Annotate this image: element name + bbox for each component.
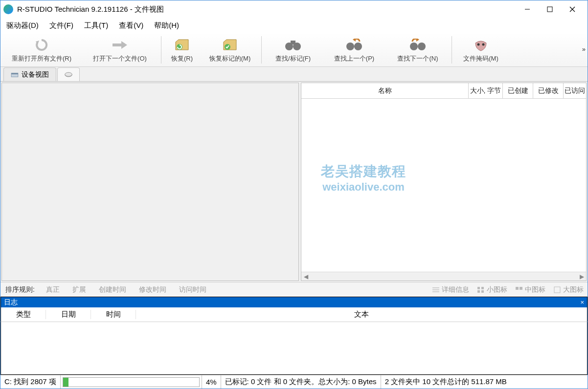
- svg-marker-14: [353, 39, 356, 42]
- scroll-left-icon[interactable]: ◀: [301, 273, 310, 280]
- col-accessed[interactable]: 已访问: [564, 83, 586, 98]
- recover-marked-button[interactable]: 恢复标记的(M): [201, 33, 259, 66]
- find-mark-button[interactable]: 查找/标记(F): [264, 33, 322, 66]
- sort-view-bar: 排序规则: 真正 扩展 创建时间 修改时间 访问时间 详细信息 小图标 中图标 …: [0, 282, 588, 297]
- title-bar: R-STUDIO Technician 9.2.191126 - 文件视图: [0, 0, 588, 18]
- menu-bar: 驱动器(D) 文件(F) 工具(T) 查看(V) 帮助(H): [0, 18, 588, 33]
- log-panel-header: 日志 ×: [0, 297, 588, 307]
- col-created[interactable]: 已创建: [503, 83, 533, 98]
- svg-point-23: [65, 72, 72, 76]
- menu-tools[interactable]: 工具(T): [81, 20, 111, 31]
- sort-real-button[interactable]: 真正: [41, 284, 65, 296]
- close-button[interactable]: [561, 2, 584, 17]
- svg-rect-31: [516, 287, 519, 290]
- file-list-header: 名称 大小, 字节 已创建 已修改 已访问: [301, 83, 586, 99]
- svg-rect-27: [477, 287, 480, 289]
- view-large-button[interactable]: 大图标: [550, 284, 587, 295]
- toolbar-overflow[interactable]: »: [582, 45, 586, 53]
- file-mask-button[interactable]: 文件掩码(M): [454, 33, 508, 66]
- svg-rect-30: [481, 290, 484, 293]
- window-title: R-STUDIO Technician 9.2.191126 - 文件视图: [17, 5, 516, 14]
- svg-rect-29: [477, 290, 480, 293]
- tab-label: 设备视图: [22, 70, 49, 79]
- toolbar-separator: [452, 36, 452, 64]
- sort-mtime-button[interactable]: 修改时间: [134, 284, 172, 296]
- open-next-button[interactable]: 打开下一个文件(O): [81, 33, 159, 66]
- col-size[interactable]: 大小, 字节: [469, 83, 503, 98]
- watermark-line2: weixiaolive.com: [321, 181, 406, 194]
- watermark: 老吴搭建教程 weixiaolive.com: [321, 162, 406, 194]
- scroll-right-icon[interactable]: ▶: [577, 273, 586, 280]
- tab-device-view[interactable]: 设备视图: [3, 67, 56, 81]
- svg-rect-5: [113, 43, 121, 46]
- svg-marker-17: [416, 39, 419, 42]
- recover-marked-icon: [222, 37, 238, 53]
- watermark-line1: 老吴搭建教程: [321, 162, 406, 181]
- svg-point-19: [482, 43, 485, 45]
- menu-help[interactable]: 帮助(H): [151, 20, 182, 31]
- status-totals: 2 文件夹中 10 文件总计的 511.87 MB: [381, 375, 588, 389]
- col-name[interactable]: 名称: [301, 83, 469, 98]
- detail-view-icon: [432, 286, 440, 293]
- reopen-all-button[interactable]: 重新打开所有文件(R): [2, 33, 81, 66]
- content-area: 名称 大小, 字节 已创建 已修改 已访问 老吴搭建教程 weixiaolive…: [0, 82, 588, 282]
- file-list-body[interactable]: 老吴搭建教程 weixiaolive.com: [301, 99, 586, 272]
- log-close-button[interactable]: ×: [580, 299, 584, 306]
- svg-point-15: [410, 43, 418, 50]
- toolbar-separator: [261, 36, 262, 64]
- status-bar: C: 找到 2807 项 4% 已标记: 0 文件 和 0 文件夹。总大小为: …: [0, 375, 588, 389]
- log-col-date[interactable]: 日期: [46, 310, 91, 319]
- progress-fill: [63, 378, 68, 387]
- svg-point-13: [354, 43, 362, 50]
- medium-icons-icon: [515, 286, 523, 293]
- arrow-right-icon: [112, 37, 128, 53]
- refresh-icon: [33, 37, 50, 53]
- view-small-button[interactable]: 小图标: [474, 284, 510, 295]
- log-col-text[interactable]: 文本: [136, 310, 587, 319]
- status-percent: 4%: [202, 375, 221, 389]
- file-list-pane: 名称 大小, 字节 已创建 已修改 已访问 老吴搭建教程 weixiaolive…: [301, 83, 587, 281]
- log-columns: 类型 日期 时间 文本: [0, 307, 588, 322]
- menu-file[interactable]: 文件(F): [46, 20, 76, 31]
- folder-tree-pane[interactable]: [1, 83, 299, 281]
- col-modified[interactable]: 已修改: [533, 83, 564, 98]
- view-detail-button[interactable]: 详细信息: [429, 284, 472, 295]
- recover-icon: [174, 37, 190, 53]
- menu-view[interactable]: 查看(V): [116, 20, 146, 31]
- status-progress: [61, 375, 202, 389]
- log-col-type[interactable]: 类型: [1, 310, 46, 319]
- find-prev-button[interactable]: 查找上一个(P): [322, 33, 386, 66]
- binoculars-next-icon: [409, 37, 426, 53]
- maximize-button[interactable]: [539, 2, 561, 17]
- sort-ext-button[interactable]: 扩展: [67, 284, 91, 296]
- progress-bar: [63, 377, 200, 387]
- find-next-button[interactable]: 查找下一个(N): [386, 33, 450, 66]
- view-medium-button[interactable]: 中图标: [512, 284, 548, 295]
- svg-rect-33: [554, 287, 560, 293]
- app-icon: [3, 4, 13, 14]
- menu-drives[interactable]: 驱动器(D): [3, 20, 42, 31]
- svg-point-18: [477, 43, 480, 45]
- mask-icon: [473, 37, 489, 53]
- tab-disk[interactable]: [57, 67, 80, 81]
- binoculars-icon: [285, 37, 301, 53]
- recover-button[interactable]: 恢复(R): [163, 33, 201, 66]
- sort-label: 排序规则:: [0, 285, 40, 294]
- sort-atime-button[interactable]: 访问时间: [174, 284, 212, 296]
- svg-point-16: [418, 43, 426, 50]
- disk-icon: [65, 72, 72, 78]
- binoculars-prev-icon: [346, 37, 362, 53]
- sort-ctime-button[interactable]: 创建时间: [93, 284, 132, 296]
- svg-marker-6: [121, 41, 127, 49]
- minimize-button[interactable]: [516, 2, 539, 17]
- log-col-time[interactable]: 时间: [91, 310, 136, 319]
- svg-rect-21: [11, 73, 18, 74]
- status-marked: 已标记: 0 文件 和 0 文件夹。总大小为: 0 Bytes: [221, 375, 381, 389]
- svg-rect-28: [481, 287, 484, 289]
- status-scan: C: 找到 2807 项: [0, 375, 61, 389]
- svg-point-12: [346, 43, 354, 50]
- log-body[interactable]: [0, 322, 588, 375]
- large-icons-icon: [553, 286, 561, 293]
- horizontal-scrollbar[interactable]: ◀ ▶: [301, 272, 586, 281]
- toolbar-separator: [161, 36, 161, 64]
